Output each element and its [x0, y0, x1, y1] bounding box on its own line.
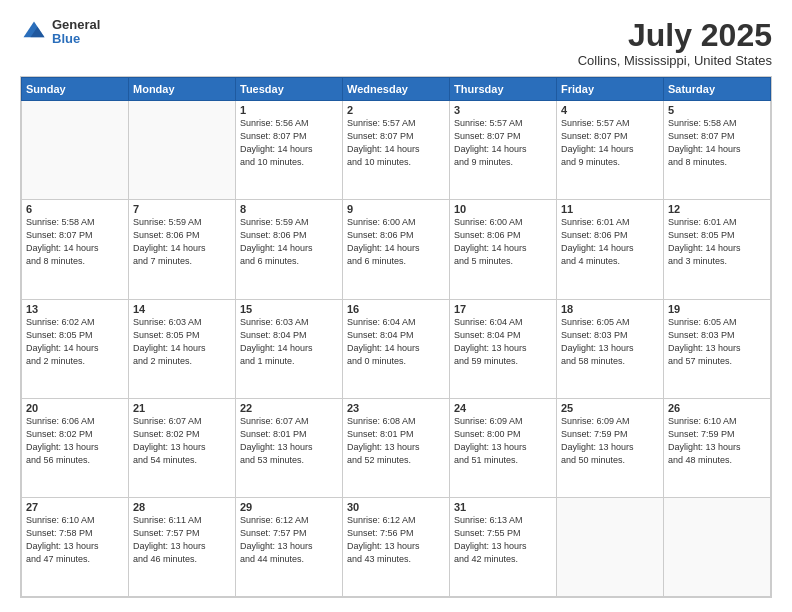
day-number: 30 — [347, 501, 445, 513]
page-subtitle: Collins, Mississippi, United States — [578, 53, 772, 68]
day-number: 8 — [240, 203, 338, 215]
day-number: 5 — [668, 104, 766, 116]
calendar-day-cell: 5Sunrise: 5:58 AM Sunset: 8:07 PM Daylig… — [664, 101, 771, 200]
day-info: Sunrise: 5:58 AM Sunset: 8:07 PM Dayligh… — [668, 117, 766, 169]
calendar-day-cell: 24Sunrise: 6:09 AM Sunset: 8:00 PM Dayli… — [450, 398, 557, 497]
calendar-day-cell: 25Sunrise: 6:09 AM Sunset: 7:59 PM Dayli… — [557, 398, 664, 497]
day-info: Sunrise: 5:57 AM Sunset: 8:07 PM Dayligh… — [561, 117, 659, 169]
day-of-week-header: Friday — [557, 78, 664, 101]
day-number: 20 — [26, 402, 124, 414]
day-number: 16 — [347, 303, 445, 315]
day-number: 25 — [561, 402, 659, 414]
day-info: Sunrise: 6:10 AM Sunset: 7:58 PM Dayligh… — [26, 514, 124, 566]
days-of-week-row: SundayMondayTuesdayWednesdayThursdayFrid… — [22, 78, 771, 101]
day-info: Sunrise: 6:04 AM Sunset: 8:04 PM Dayligh… — [347, 316, 445, 368]
calendar-day-cell — [557, 497, 664, 596]
calendar-week-row: 27Sunrise: 6:10 AM Sunset: 7:58 PM Dayli… — [22, 497, 771, 596]
logo-icon — [20, 18, 48, 46]
day-info: Sunrise: 5:59 AM Sunset: 8:06 PM Dayligh… — [133, 216, 231, 268]
calendar-day-cell — [22, 101, 129, 200]
calendar-day-cell: 4Sunrise: 5:57 AM Sunset: 8:07 PM Daylig… — [557, 101, 664, 200]
day-info: Sunrise: 6:01 AM Sunset: 8:06 PM Dayligh… — [561, 216, 659, 268]
day-number: 6 — [26, 203, 124, 215]
calendar-day-cell: 16Sunrise: 6:04 AM Sunset: 8:04 PM Dayli… — [343, 299, 450, 398]
calendar-day-cell: 14Sunrise: 6:03 AM Sunset: 8:05 PM Dayli… — [129, 299, 236, 398]
day-number: 31 — [454, 501, 552, 513]
day-of-week-header: Wednesday — [343, 78, 450, 101]
day-info: Sunrise: 5:56 AM Sunset: 8:07 PM Dayligh… — [240, 117, 338, 169]
calendar-week-row: 6Sunrise: 5:58 AM Sunset: 8:07 PM Daylig… — [22, 200, 771, 299]
day-info: Sunrise: 6:07 AM Sunset: 8:02 PM Dayligh… — [133, 415, 231, 467]
calendar-day-cell: 29Sunrise: 6:12 AM Sunset: 7:57 PM Dayli… — [236, 497, 343, 596]
calendar-day-cell: 8Sunrise: 5:59 AM Sunset: 8:06 PM Daylig… — [236, 200, 343, 299]
calendar-day-cell: 13Sunrise: 6:02 AM Sunset: 8:05 PM Dayli… — [22, 299, 129, 398]
calendar-day-cell: 18Sunrise: 6:05 AM Sunset: 8:03 PM Dayli… — [557, 299, 664, 398]
day-info: Sunrise: 6:04 AM Sunset: 8:04 PM Dayligh… — [454, 316, 552, 368]
day-number: 15 — [240, 303, 338, 315]
day-info: Sunrise: 6:05 AM Sunset: 8:03 PM Dayligh… — [668, 316, 766, 368]
calendar-week-row: 20Sunrise: 6:06 AM Sunset: 8:02 PM Dayli… — [22, 398, 771, 497]
calendar-header: SundayMondayTuesdayWednesdayThursdayFrid… — [22, 78, 771, 101]
calendar-day-cell: 7Sunrise: 5:59 AM Sunset: 8:06 PM Daylig… — [129, 200, 236, 299]
day-info: Sunrise: 6:00 AM Sunset: 8:06 PM Dayligh… — [347, 216, 445, 268]
day-of-week-header: Tuesday — [236, 78, 343, 101]
day-number: 24 — [454, 402, 552, 414]
calendar-day-cell: 26Sunrise: 6:10 AM Sunset: 7:59 PM Dayli… — [664, 398, 771, 497]
calendar-day-cell: 3Sunrise: 5:57 AM Sunset: 8:07 PM Daylig… — [450, 101, 557, 200]
day-number: 3 — [454, 104, 552, 116]
calendar-day-cell — [664, 497, 771, 596]
day-number: 12 — [668, 203, 766, 215]
logo-general-label: General — [52, 18, 100, 32]
day-info: Sunrise: 6:03 AM Sunset: 8:04 PM Dayligh… — [240, 316, 338, 368]
day-number: 21 — [133, 402, 231, 414]
calendar-day-cell: 21Sunrise: 6:07 AM Sunset: 8:02 PM Dayli… — [129, 398, 236, 497]
calendar-day-cell: 23Sunrise: 6:08 AM Sunset: 8:01 PM Dayli… — [343, 398, 450, 497]
calendar-day-cell: 6Sunrise: 5:58 AM Sunset: 8:07 PM Daylig… — [22, 200, 129, 299]
logo: General Blue — [20, 18, 100, 47]
day-info: Sunrise: 6:06 AM Sunset: 8:02 PM Dayligh… — [26, 415, 124, 467]
day-number: 28 — [133, 501, 231, 513]
day-of-week-header: Sunday — [22, 78, 129, 101]
day-info: Sunrise: 6:12 AM Sunset: 7:56 PM Dayligh… — [347, 514, 445, 566]
calendar-day-cell — [129, 101, 236, 200]
calendar: SundayMondayTuesdayWednesdayThursdayFrid… — [20, 76, 772, 598]
day-info: Sunrise: 5:59 AM Sunset: 8:06 PM Dayligh… — [240, 216, 338, 268]
day-info: Sunrise: 5:57 AM Sunset: 8:07 PM Dayligh… — [454, 117, 552, 169]
logo-text: General Blue — [52, 18, 100, 47]
day-info: Sunrise: 6:00 AM Sunset: 8:06 PM Dayligh… — [454, 216, 552, 268]
calendar-day-cell: 31Sunrise: 6:13 AM Sunset: 7:55 PM Dayli… — [450, 497, 557, 596]
day-of-week-header: Monday — [129, 78, 236, 101]
calendar-day-cell: 20Sunrise: 6:06 AM Sunset: 8:02 PM Dayli… — [22, 398, 129, 497]
day-info: Sunrise: 6:07 AM Sunset: 8:01 PM Dayligh… — [240, 415, 338, 467]
title-block: July 2025 Collins, Mississippi, United S… — [578, 18, 772, 68]
calendar-day-cell: 10Sunrise: 6:00 AM Sunset: 8:06 PM Dayli… — [450, 200, 557, 299]
calendar-day-cell: 1Sunrise: 5:56 AM Sunset: 8:07 PM Daylig… — [236, 101, 343, 200]
page-title: July 2025 — [578, 18, 772, 53]
calendar-day-cell: 17Sunrise: 6:04 AM Sunset: 8:04 PM Dayli… — [450, 299, 557, 398]
day-info: Sunrise: 6:13 AM Sunset: 7:55 PM Dayligh… — [454, 514, 552, 566]
day-number: 17 — [454, 303, 552, 315]
day-number: 29 — [240, 501, 338, 513]
calendar-day-cell: 11Sunrise: 6:01 AM Sunset: 8:06 PM Dayli… — [557, 200, 664, 299]
day-number: 4 — [561, 104, 659, 116]
calendar-week-row: 13Sunrise: 6:02 AM Sunset: 8:05 PM Dayli… — [22, 299, 771, 398]
calendar-week-row: 1Sunrise: 5:56 AM Sunset: 8:07 PM Daylig… — [22, 101, 771, 200]
day-info: Sunrise: 6:01 AM Sunset: 8:05 PM Dayligh… — [668, 216, 766, 268]
day-info: Sunrise: 5:58 AM Sunset: 8:07 PM Dayligh… — [26, 216, 124, 268]
calendar-body: 1Sunrise: 5:56 AM Sunset: 8:07 PM Daylig… — [22, 101, 771, 597]
day-number: 27 — [26, 501, 124, 513]
day-info: Sunrise: 6:03 AM Sunset: 8:05 PM Dayligh… — [133, 316, 231, 368]
day-number: 11 — [561, 203, 659, 215]
day-info: Sunrise: 5:57 AM Sunset: 8:07 PM Dayligh… — [347, 117, 445, 169]
logo-blue-label: Blue — [52, 32, 100, 46]
calendar-day-cell: 12Sunrise: 6:01 AM Sunset: 8:05 PM Dayli… — [664, 200, 771, 299]
day-of-week-header: Saturday — [664, 78, 771, 101]
day-info: Sunrise: 6:05 AM Sunset: 8:03 PM Dayligh… — [561, 316, 659, 368]
day-info: Sunrise: 6:09 AM Sunset: 7:59 PM Dayligh… — [561, 415, 659, 467]
day-info: Sunrise: 6:02 AM Sunset: 8:05 PM Dayligh… — [26, 316, 124, 368]
day-number: 14 — [133, 303, 231, 315]
calendar-day-cell: 22Sunrise: 6:07 AM Sunset: 8:01 PM Dayli… — [236, 398, 343, 497]
day-of-week-header: Thursday — [450, 78, 557, 101]
calendar-day-cell: 28Sunrise: 6:11 AM Sunset: 7:57 PM Dayli… — [129, 497, 236, 596]
day-number: 2 — [347, 104, 445, 116]
